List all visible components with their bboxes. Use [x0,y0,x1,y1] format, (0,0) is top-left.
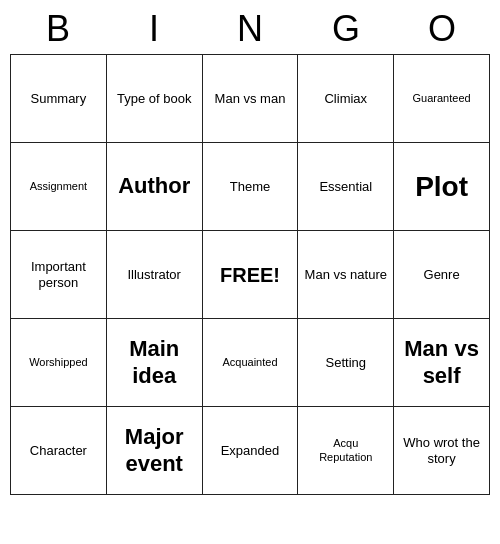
cell-22: Expanded [203,407,299,495]
cell-9: Plot [394,143,490,231]
cell-20: Character [11,407,107,495]
cell-2: Man vs man [203,55,299,143]
header-g: G [302,8,390,50]
cell-0: Summary [11,55,107,143]
header-n: N [206,8,294,50]
cell-19: Man vs self [394,319,490,407]
cell-3: Climiax [298,55,394,143]
cell-7: Theme [203,143,299,231]
cell-18: Setting [298,319,394,407]
cell-12: FREE! [203,231,299,319]
cell-11: Illustrator [107,231,203,319]
cell-17: Acquainted [203,319,299,407]
cell-4: Guaranteed [394,55,490,143]
cell-14: Genre [394,231,490,319]
cell-10: Important person [11,231,107,319]
cell-15: Worshipped [11,319,107,407]
bingo-grid: SummaryType of bookMan vs manClimiaxGuar… [10,54,490,495]
cell-6: Author [107,143,203,231]
cell-5: Assignment [11,143,107,231]
cell-8: Essential [298,143,394,231]
bingo-header: B I N G O [10,0,490,54]
cell-16: Main idea [107,319,203,407]
header-i: I [110,8,198,50]
header-o: O [398,8,486,50]
cell-1: Type of book [107,55,203,143]
cell-24: Who wrot the story [394,407,490,495]
cell-13: Man vs nature [298,231,394,319]
cell-23: AcquReputation [298,407,394,495]
header-b: B [14,8,102,50]
cell-21: Major event [107,407,203,495]
